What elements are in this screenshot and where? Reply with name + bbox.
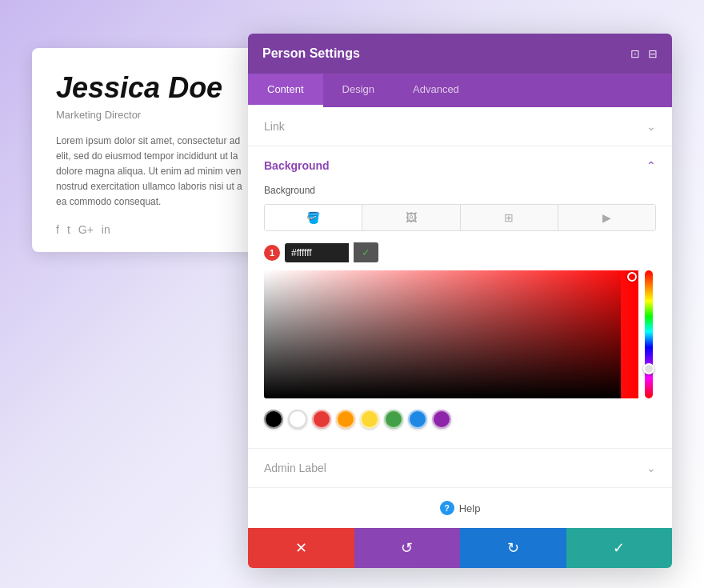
bg-type-video[interactable]: ▶	[558, 205, 655, 230]
person-title: Marketing Director	[56, 109, 244, 121]
swatch-black[interactable]	[264, 410, 283, 429]
color-picker-cursor[interactable]	[627, 272, 637, 282]
person-bio: Lorem ipsum dolor sit amet, consectetur …	[56, 134, 244, 210]
admin-label-section-header[interactable]: Admin Label ⌄	[248, 449, 672, 487]
background-chevron-icon: ⌃	[646, 159, 656, 172]
gradient-saturation	[264, 270, 638, 398]
admin-label-title: Admin Label	[264, 462, 326, 474]
background-section: Background ⌃ Background 🪣 🖼 ⊞	[248, 146, 672, 449]
color-input-row: 1 ✓	[264, 242, 656, 262]
bg-type-color[interactable]: 🪣	[265, 205, 362, 230]
color-hex-input[interactable]	[285, 243, 349, 262]
paint-bucket-icon: 🪣	[306, 211, 320, 224]
gradient-brightness-overlay	[264, 270, 621, 398]
admin-label-section: Admin Label ⌄	[248, 449, 672, 488]
swatch-green[interactable]	[384, 410, 403, 429]
background-section-header[interactable]: Background ⌃	[248, 146, 672, 185]
help-row: ? Help	[248, 488, 672, 528]
link-section-title: Link	[264, 120, 285, 133]
help-text[interactable]: Help	[459, 502, 481, 514]
background-label: Background	[264, 185, 656, 196]
cancel-button[interactable]: ✕	[248, 528, 354, 568]
tab-design[interactable]: Design	[323, 74, 394, 107]
panel-tabs: Content Design Advanced	[248, 74, 672, 107]
swatch-blue[interactable]	[408, 410, 427, 429]
tab-advanced[interactable]: Advanced	[394, 74, 478, 107]
swatch-purple[interactable]	[432, 410, 451, 429]
linkedin-icon[interactable]: in	[102, 223, 110, 236]
color-confirm-button[interactable]: ✓	[354, 242, 378, 262]
googleplus-icon[interactable]: G+	[78, 223, 94, 236]
swatch-yellow[interactable]	[360, 410, 379, 429]
person-name: Jessica Doe	[56, 72, 244, 104]
panel-header: Person Settings ⊡ ⊟	[248, 34, 672, 74]
tab-content[interactable]: Content	[248, 74, 323, 107]
link-section: Link ⌄	[248, 107, 672, 146]
gradient-icon: ⊞	[504, 211, 514, 224]
bg-type-image[interactable]: 🖼	[362, 205, 460, 230]
bg-type-tabs: 🪣 🖼 ⊞ ▶	[264, 204, 656, 231]
link-section-header[interactable]: Link ⌄	[248, 107, 672, 146]
panel-body: Link ⌄ Background ⌃ Background 🪣 🖼	[248, 107, 672, 528]
resize-icon[interactable]: ⊡	[630, 47, 640, 60]
color-number-badge: 1	[264, 245, 280, 261]
link-chevron-icon: ⌄	[646, 120, 656, 133]
swatch-red[interactable]	[312, 410, 331, 429]
hue-slider-track	[645, 270, 653, 398]
columns-icon[interactable]: ⊟	[648, 47, 658, 60]
hue-slider-thumb[interactable]	[643, 363, 654, 374]
save-button[interactable]: ✓	[566, 528, 673, 568]
admin-label-chevron-icon: ⌄	[646, 462, 656, 474]
undo-button[interactable]: ↺	[354, 528, 461, 568]
background-section-title: Background	[264, 159, 330, 172]
background-section-body: Background 🪣 🖼 ⊞ ▶	[248, 185, 672, 448]
facebook-icon[interactable]: f	[56, 223, 59, 236]
social-icons: f t G+ in	[56, 223, 244, 236]
color-picker[interactable]	[264, 270, 656, 398]
panel-header-icons: ⊡ ⊟	[630, 47, 658, 60]
image-icon: 🖼	[406, 211, 417, 224]
swatch-orange[interactable]	[336, 410, 355, 429]
swatch-white[interactable]	[288, 410, 307, 429]
bg-type-gradient[interactable]: ⊞	[461, 205, 558, 230]
redo-button[interactable]: ↻	[460, 528, 566, 568]
color-swatches	[264, 406, 656, 432]
hue-slider[interactable]	[642, 270, 656, 398]
person-card: Jessica Doe Marketing Director Lorem ips…	[32, 48, 268, 252]
panel-title: Person Settings	[262, 46, 360, 61]
settings-panel: Person Settings ⊡ ⊟ Content Design Advan…	[248, 34, 672, 568]
panel-actions: ✕ ↺ ↻ ✓	[248, 528, 672, 568]
twitter-icon[interactable]: t	[67, 223, 70, 236]
color-gradient-area[interactable]	[264, 270, 656, 398]
video-icon: ▶	[602, 211, 611, 224]
help-icon: ?	[440, 501, 454, 515]
